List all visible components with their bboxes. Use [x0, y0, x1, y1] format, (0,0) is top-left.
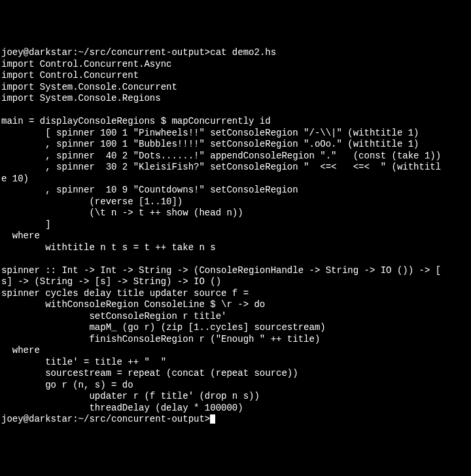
code-line: , spinner 30 2 "KleisiFish?" setConsoleR…: [1, 162, 441, 172]
prompt-line-2: joey@darkstar:~/src/concurrent-output>: [1, 414, 215, 424]
code-line: import System.Console.Concurrent: [1, 82, 177, 92]
code-line: s] -> (String -> [s] -> String) -> IO (): [1, 276, 221, 287]
code-line: go r (n, s) = do: [1, 380, 133, 390]
code-line: e 10): [1, 174, 29, 184]
code-line: spinner :: Int -> Int -> String -> (Cons…: [1, 265, 441, 276]
shell-prompt: joey@darkstar:~/src/concurrent-output>: [1, 47, 210, 58]
code-line: title' = title ++ " ": [1, 357, 166, 367]
code-line: withConsoleRegion ConsoleLine $ \r -> do: [1, 299, 265, 310]
code-line: , spinner 10 9 "Countdowns!" setConsoleR…: [1, 185, 298, 195]
cursor-block[interactable]: [210, 414, 215, 424]
code-line: ]: [1, 219, 51, 230]
code-line: finishConsoleRegion r ("Enough " ++ titl…: [1, 334, 320, 344]
code-line: setConsoleRegion r title': [1, 311, 226, 321]
shell-prompt: joey@darkstar:~/src/concurrent-output>: [1, 414, 210, 424]
code-line: spinner cycles delay title updater sourc…: [1, 288, 249, 299]
command-text: cat demo2.hs: [210, 47, 276, 58]
terminal-output[interactable]: joey@darkstar:~/src/concurrent-output>ca…: [1, 47, 470, 426]
code-line: main = displayConsoleRegions $ mapConcur…: [1, 116, 271, 126]
code-line: import System.Console.Regions: [1, 93, 161, 103]
code-line: , spinner 100 1 "Bubbles!!!!" setConsole…: [1, 139, 419, 149]
code-line: (\t n -> t ++ show (head n)): [1, 208, 243, 218]
code-line: where: [1, 345, 40, 356]
code-line: updater r (f title' (drop n s)): [1, 391, 260, 401]
code-line: mapM_ (go r) (zip [1..cycles] sourcestre…: [1, 322, 326, 333]
code-line: withtitle n t s = t ++ take n s: [1, 242, 216, 253]
code-line: import Control.Concurrent.Async: [1, 59, 171, 69]
code-line: threadDelay (delay * 100000): [1, 403, 243, 413]
code-line: import Control.Concurrent: [1, 70, 139, 81]
prompt-line-1: joey@darkstar:~/src/concurrent-output>ca…: [1, 47, 276, 58]
code-line: [ spinner 100 1 "Pinwheels!!" setConsole…: [1, 128, 419, 138]
code-line: sourcestream = repeat (concat (repeat so…: [1, 368, 298, 378]
code-line: (reverse [1..10]): [1, 196, 183, 207]
code-line: , spinner 40 2 "Dots......!" appendConso…: [1, 151, 441, 161]
code-line: where: [1, 230, 40, 241]
